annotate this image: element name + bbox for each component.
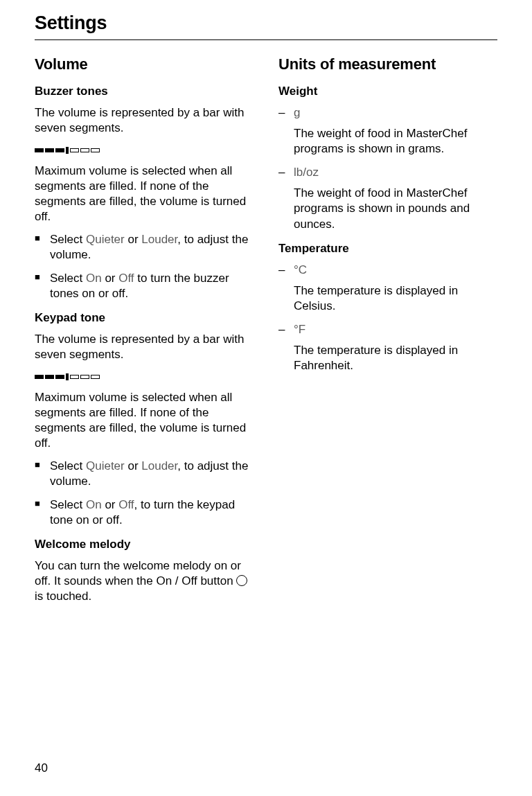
buzzer-heading: Buzzer tones [35,85,254,98]
buzzer-max-note: Maximum volume is selected when all segm… [35,163,254,224]
list-item: lb/oz The weight of food in MasterChef p… [278,165,497,231]
option-desc: The weight of food in MasterChef program… [294,126,497,157]
option-fahrenheit: °F [294,323,305,336]
segment-empty [91,148,100,152]
keypad-heading: Keypad tone [35,311,254,325]
keypad-intro: The volume is represented by a bar with … [35,332,254,362]
text: or [102,272,119,285]
segment-empty [80,148,89,152]
buzzer-steps: Select Quieter or Louder, to adjust the … [35,232,254,301]
keypad-max-note: Maximum volume is selected when all segm… [35,390,254,451]
keypad-steps: Select Quieter or Louder, to adjust the … [35,459,254,528]
list-item: Select On or Off, to turn the keypad ton… [35,497,254,528]
text: Select [50,233,86,246]
list-item: Select On or Off to turn the buzzer tone… [35,271,254,301]
option-celsius: °C [294,263,307,276]
temperature-heading: Temperature [278,242,497,256]
volume-segment-bar-icon [35,147,100,154]
list-item: °C The temperature is displayed in Celsi… [278,263,497,314]
right-column: Units of measurement Weight g The weight… [278,55,497,611]
option-on: On [86,272,102,285]
segment-filled [35,375,44,379]
text: Select [50,459,86,472]
units-heading: Units of measurement [278,55,497,73]
page-title: Settings [35,12,497,40]
option-desc: The temperature is displayed in Fahrenhe… [294,343,497,373]
option-off: Off [118,272,134,285]
option-lboz: lb/oz [294,166,319,179]
option-desc: The temperature is displayed in Celsius. [294,283,497,314]
segment-slider-icon [66,147,69,154]
text: Select [50,498,86,511]
segment-empty [91,375,100,379]
segment-filled [45,375,54,379]
segment-empty [70,375,79,379]
text: or [125,459,142,472]
power-icon [236,575,247,586]
content-columns: Volume Buzzer tones The volume is repres… [35,55,497,611]
list-item: g The weight of food in MasterChef progr… [278,105,497,157]
left-column: Volume Buzzer tones The volume is repres… [35,55,254,611]
weight-heading: Weight [278,85,497,98]
list-item: Select Quieter or Louder, to adjust the … [35,459,254,489]
option-grams: g [294,106,300,119]
segment-empty [70,148,79,152]
segment-filled [55,375,64,379]
welcome-text: You can turn the welcome melody on or of… [35,558,254,604]
option-off: Off [118,498,134,511]
weight-options: g The weight of food in MasterChef progr… [278,105,497,232]
option-desc: The weight of food in MasterChef program… [294,186,497,231]
buzzer-intro: The volume is represented by a bar with … [35,105,254,136]
segment-filled [55,148,64,152]
text: or [102,498,119,511]
volume-heading: Volume [35,55,254,73]
text: or [125,233,142,246]
text: Select [50,272,86,285]
text: is touched. [35,590,91,603]
segment-filled [35,148,44,152]
temperature-options: °C The temperature is displayed in Celsi… [278,263,497,374]
welcome-heading: Welcome melody [35,538,254,551]
option-on: On [86,498,102,511]
option-quieter: Quieter [86,459,125,472]
option-quieter: Quieter [86,233,125,246]
segment-empty [80,375,89,379]
list-item: °F The temperature is displayed in Fahre… [278,322,497,373]
segment-slider-icon [66,373,69,380]
list-item: Select Quieter or Louder, to adjust the … [35,232,254,263]
volume-segment-bar-icon [35,373,100,380]
option-louder: Louder [141,459,177,472]
page-number: 40 [35,761,48,775]
option-louder: Louder [141,233,177,246]
text: You can turn the welcome melody on or of… [35,559,241,587]
segment-filled [45,148,54,152]
